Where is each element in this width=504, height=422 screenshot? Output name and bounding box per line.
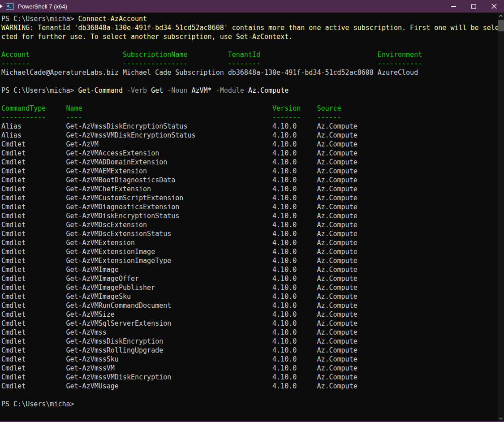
terminal-line: Cmdlet Get-AzVmssRollingUpgrade 4.10.0 A… — [1, 346, 498, 355]
terminal-line: Cmdlet Get-AzVMImageSku 4.10.0 Az.Comput… — [1, 292, 498, 301]
terminal-line: ----------- ---- ------- ------ — [1, 113, 498, 122]
terminal-line: Cmdlet Get-AzVMUsage 4.10.0 Az.Compute — [1, 382, 498, 391]
console-area: PS C:\Users\micha> Connect-AzAccountWARN… — [0, 13, 504, 422]
terminal-line: ------- ---------------- -------- ------… — [1, 59, 498, 68]
minimize-button[interactable] — [444, 0, 464, 13]
titlebar-left: >_ PowerShell 7 (x64) — [0, 0, 67, 13]
scroll-up-icon[interactable] — [498, 13, 504, 19]
terminal-line: Cmdlet Get-AzVMExtensionImage 4.10.0 Az.… — [1, 247, 498, 256]
terminal-line — [1, 95, 498, 104]
terminal-output[interactable]: PS C:\Users\micha> Connect-AzAccountWARN… — [0, 13, 498, 422]
terminal-line: CommandType Name Version Source — [1, 104, 498, 113]
powershell-icon-glyph: >_ — [6, 4, 11, 8]
terminal-line: PS C:\Users\micha> Connect-AzAccount — [1, 14, 498, 23]
powershell-icon: >_ — [6, 3, 14, 10]
terminal-line: Alias Get-AzVmssDiskEncryptionStatus 4.1… — [1, 122, 498, 131]
tab-arrow-icon — [0, 4, 3, 9]
terminal-line: Cmdlet Get-AzVMADDomainExtension 4.10.0 … — [1, 158, 498, 167]
window-title: PowerShell 7 (x64) — [18, 3, 67, 10]
titlebar[interactable]: >_ PowerShell 7 (x64) — [0, 0, 504, 13]
terminal-line: Cmdlet Get-AzVM 4.10.0 Az.Compute — [1, 140, 498, 149]
terminal-line: MichaelCade@AperatureLabs.biz Michael Ca… — [1, 68, 498, 77]
terminal-line: Cmdlet Get-AzVMCustomScriptExtension 4.1… — [1, 194, 498, 202]
terminal-line: cted for further use. To select another … — [1, 32, 498, 41]
terminal-line: Cmdlet Get-AzVMDiskEncryptionStatus 4.10… — [1, 211, 498, 220]
terminal-line: Cmdlet Get-AzVMDscExtensionStatus 4.10.0… — [1, 229, 498, 238]
terminal-line — [1, 391, 498, 400]
terminal-line — [1, 77, 498, 86]
window-controls — [444, 0, 504, 13]
terminal-line: Cmdlet Get-AzVmss 4.10.0 Az.Compute — [1, 328, 498, 337]
terminal-line: Cmdlet Get-AzVmssDiskEncryption 4.10.0 A… — [1, 337, 498, 346]
terminal-line: Cmdlet Get-AzVmssSku 4.10.0 Az.Compute — [1, 355, 498, 364]
vertical-scrollbar[interactable] — [498, 13, 504, 422]
terminal-line: Alias Get-AzVmssVMDiskEncryptionStatus 4… — [1, 131, 498, 140]
close-button[interactable] — [484, 0, 504, 13]
terminal-line: Cmdlet Get-AzVMChefExtension 4.10.0 Az.C… — [1, 185, 498, 194]
terminal-line: Cmdlet Get-AzVMAEMExtension 4.10.0 Az.Co… — [1, 167, 498, 176]
terminal-line: Cmdlet Get-AzVMAccessExtension 4.10.0 Az… — [1, 149, 498, 158]
scrollbar-thumb[interactable] — [498, 20, 504, 31]
terminal-line: Cmdlet Get-AzVMDiagnosticsExtension 4.10… — [1, 202, 498, 211]
terminal-line: Cmdlet Get-AzVMSize 4.10.0 Az.Compute — [1, 310, 498, 319]
terminal-line: Cmdlet Get-AzVmssVM 4.10.0 Az.Compute — [1, 364, 498, 373]
terminal-line: Cmdlet Get-AzVMImageOffer 4.10.0 Az.Comp… — [1, 274, 498, 283]
terminal-line: Account SubscriptionName TenantId Enviro… — [1, 50, 498, 59]
terminal-line: PS C:\Users\micha> Get-Command -Verb Get… — [1, 86, 498, 95]
terminal-line: Cmdlet Get-AzVMDscExtension 4.10.0 Az.Co… — [1, 220, 498, 229]
terminal-line: Cmdlet Get-AzVMExtensionImageType 4.10.0… — [1, 256, 498, 265]
terminal-line: Cmdlet Get-AzVMImage 4.10.0 Az.Compute — [1, 265, 498, 274]
terminal-line: Cmdlet Get-AzVmssVMDiskEncryption 4.10.0… — [1, 373, 498, 382]
terminal-line: Cmdlet Get-AzVMSqlServerExtension 4.10.0… — [1, 319, 498, 328]
terminal-line: Cmdlet Get-AzVMExtension 4.10.0 Az.Compu… — [1, 238, 498, 247]
powershell-window: >_ PowerShell 7 (x64) PS C:\Users\micha>… — [0, 0, 504, 422]
maximize-button[interactable] — [464, 0, 484, 13]
terminal-line — [1, 41, 498, 50]
terminal-line: Cmdlet Get-AzVMBootDiagnosticsData 4.10.… — [1, 176, 498, 185]
terminal-line: WARNING: TenantId 'db36848a-130e-491f-bd… — [1, 23, 498, 32]
terminal-line: PS C:\Users\micha> — [1, 400, 498, 409]
terminal-line: Cmdlet Get-AzVMRunCommandDocument 4.10.0… — [1, 301, 498, 310]
terminal-line: Cmdlet Get-AzVMImagePublisher 4.10.0 Az.… — [1, 283, 498, 292]
